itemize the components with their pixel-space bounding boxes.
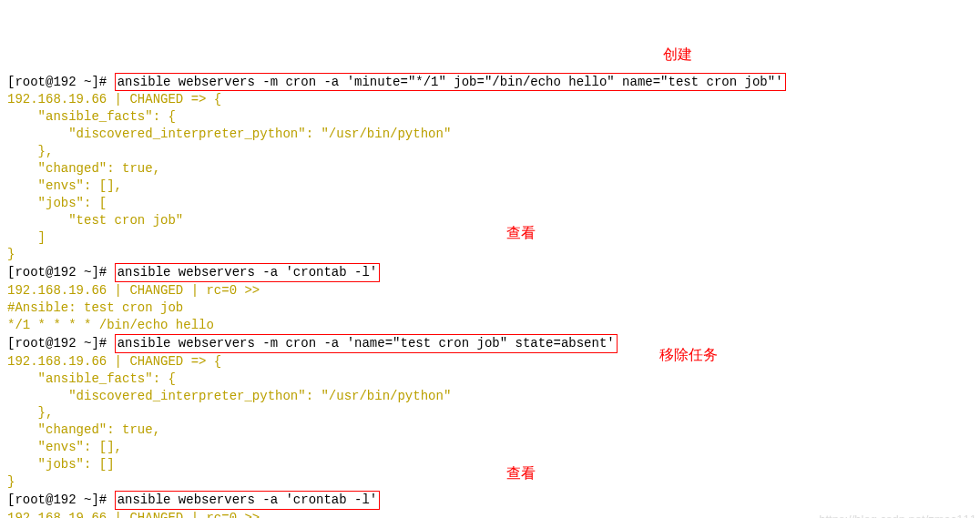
annotation-create: 创建	[663, 45, 692, 65]
output-line: "changed": true,	[7, 422, 160, 437]
output-line: }	[7, 474, 15, 489]
output-line: "changed": true,	[7, 161, 160, 176]
output-line: "ansible_facts": {	[7, 371, 176, 386]
command-remove-cron: ansible webservers -m cron -a 'name="tes…	[115, 334, 618, 353]
output-line: },	[7, 144, 53, 158]
shell-prompt: [root@192 ~]#	[7, 336, 115, 350]
output-line: "test cron job"	[7, 213, 183, 228]
output-line: "discovered_interpreter_python": "/usr/b…	[7, 389, 451, 403]
output-line: "envs": [],	[7, 440, 122, 454]
output-line: 192.168.19.66 | CHANGED => {	[7, 92, 221, 107]
output-line: }	[7, 247, 15, 261]
watermark-text: https://blog.csdn.net/zmac111	[819, 512, 976, 518]
shell-prompt: [root@192 ~]#	[7, 265, 115, 279]
output-line: "jobs": [	[7, 196, 107, 210]
output-line: #Ansible: test cron job	[7, 300, 183, 315]
annotation-view-2: 查看	[506, 463, 536, 483]
command-view-crontab: ansible webservers -a 'crontab -l'	[115, 263, 381, 282]
output-line: 192.168.19.66 | CHANGED | rc=0 >>	[7, 511, 260, 518]
output-line: 192.168.19.66 | CHANGED => {	[7, 354, 221, 369]
output-line: ]	[7, 230, 46, 245]
command-view-crontab-2: ansible webservers -a 'crontab -l'	[115, 491, 381, 510]
output-line: "ansible_facts": {	[7, 109, 176, 124]
output-line: 192.168.19.66 | CHANGED | rc=0 >>	[7, 283, 260, 298]
annotation-view: 查看	[506, 223, 536, 243]
terminal-output: [root@192 ~]# ansible webservers -m cron…	[7, 73, 980, 518]
output-line: */1 * * * * /bin/echo hello	[7, 318, 214, 332]
annotation-remove: 移除任务	[659, 345, 718, 365]
output-line: "envs": [],	[7, 178, 122, 193]
command-create-cron: ansible webservers -m cron -a 'minute="*…	[115, 73, 786, 92]
shell-prompt: [root@192 ~]#	[7, 75, 115, 89]
output-line: "jobs": []	[7, 457, 115, 472]
output-line: "discovered_interpreter_python": "/usr/b…	[7, 127, 451, 141]
terminal-screenshot: { "prompt": "[root@192 ~]# ", "cmd1": "a…	[7, 21, 980, 518]
output-line: },	[7, 405, 53, 420]
shell-prompt: [root@192 ~]#	[7, 493, 115, 507]
